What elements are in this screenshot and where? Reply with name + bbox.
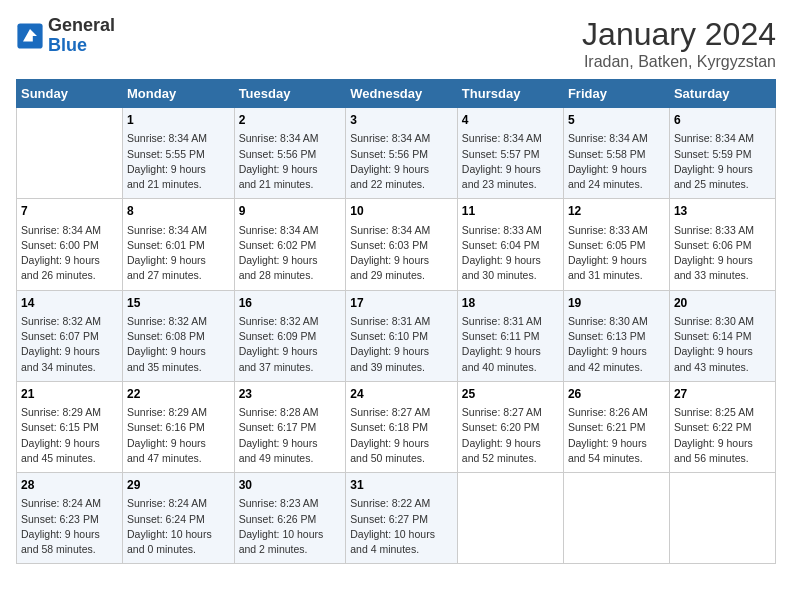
calendar-cell: 16Sunrise: 8:32 AM Sunset: 6:09 PM Dayli… [234,290,346,381]
calendar-cell: 7Sunrise: 8:34 AM Sunset: 6:00 PM Daylig… [17,199,123,290]
calendar-cell [563,473,669,564]
day-number: 20 [674,295,771,312]
header-cell-friday: Friday [563,80,669,108]
calendar-body: 1Sunrise: 8:34 AM Sunset: 5:55 PM Daylig… [17,108,776,564]
week-row-1: 1Sunrise: 8:34 AM Sunset: 5:55 PM Daylig… [17,108,776,199]
calendar-cell: 11Sunrise: 8:33 AM Sunset: 6:04 PM Dayli… [457,199,563,290]
day-number: 10 [350,203,453,220]
day-number: 31 [350,477,453,494]
calendar-cell: 27Sunrise: 8:25 AM Sunset: 6:22 PM Dayli… [669,381,775,472]
logo-blue: Blue [48,35,87,55]
day-number: 17 [350,295,453,312]
day-content: Sunrise: 8:34 AM Sunset: 5:55 PM Dayligh… [127,131,230,192]
calendar-title: January 2024 [582,16,776,53]
calendar-cell: 1Sunrise: 8:34 AM Sunset: 5:55 PM Daylig… [123,108,235,199]
day-number: 19 [568,295,665,312]
day-number: 23 [239,386,342,403]
calendar-cell: 8Sunrise: 8:34 AM Sunset: 6:01 PM Daylig… [123,199,235,290]
calendar-cell: 14Sunrise: 8:32 AM Sunset: 6:07 PM Dayli… [17,290,123,381]
calendar-cell: 30Sunrise: 8:23 AM Sunset: 6:26 PM Dayli… [234,473,346,564]
day-content: Sunrise: 8:31 AM Sunset: 6:10 PM Dayligh… [350,314,453,375]
calendar-cell: 29Sunrise: 8:24 AM Sunset: 6:24 PM Dayli… [123,473,235,564]
day-number: 29 [127,477,230,494]
day-content: Sunrise: 8:32 AM Sunset: 6:09 PM Dayligh… [239,314,342,375]
day-number: 28 [21,477,118,494]
day-content: Sunrise: 8:33 AM Sunset: 6:05 PM Dayligh… [568,223,665,284]
day-number: 11 [462,203,559,220]
calendar-cell: 17Sunrise: 8:31 AM Sunset: 6:10 PM Dayli… [346,290,458,381]
calendar-cell: 25Sunrise: 8:27 AM Sunset: 6:20 PM Dayli… [457,381,563,472]
header-cell-wednesday: Wednesday [346,80,458,108]
calendar-cell: 26Sunrise: 8:26 AM Sunset: 6:21 PM Dayli… [563,381,669,472]
day-number: 7 [21,203,118,220]
day-content: Sunrise: 8:34 AM Sunset: 5:58 PM Dayligh… [568,131,665,192]
title-block: January 2024 Iradan, Batken, Kyrgyzstan [582,16,776,71]
logo-icon [16,22,44,50]
day-content: Sunrise: 8:25 AM Sunset: 6:22 PM Dayligh… [674,405,771,466]
day-number: 26 [568,386,665,403]
day-content: Sunrise: 8:23 AM Sunset: 6:26 PM Dayligh… [239,496,342,557]
calendar-cell: 9Sunrise: 8:34 AM Sunset: 6:02 PM Daylig… [234,199,346,290]
day-content: Sunrise: 8:33 AM Sunset: 6:06 PM Dayligh… [674,223,771,284]
day-content: Sunrise: 8:31 AM Sunset: 6:11 PM Dayligh… [462,314,559,375]
calendar-header: SundayMondayTuesdayWednesdayThursdayFrid… [17,80,776,108]
day-number: 14 [21,295,118,312]
calendar-cell: 20Sunrise: 8:30 AM Sunset: 6:14 PM Dayli… [669,290,775,381]
day-content: Sunrise: 8:30 AM Sunset: 6:13 PM Dayligh… [568,314,665,375]
day-number: 21 [21,386,118,403]
calendar-cell: 5Sunrise: 8:34 AM Sunset: 5:58 PM Daylig… [563,108,669,199]
day-content: Sunrise: 8:29 AM Sunset: 6:16 PM Dayligh… [127,405,230,466]
day-content: Sunrise: 8:34 AM Sunset: 6:01 PM Dayligh… [127,223,230,284]
calendar-cell: 12Sunrise: 8:33 AM Sunset: 6:05 PM Dayli… [563,199,669,290]
day-number: 8 [127,203,230,220]
day-number: 5 [568,112,665,129]
day-content: Sunrise: 8:28 AM Sunset: 6:17 PM Dayligh… [239,405,342,466]
day-number: 6 [674,112,771,129]
calendar-cell: 15Sunrise: 8:32 AM Sunset: 6:08 PM Dayli… [123,290,235,381]
header-cell-sunday: Sunday [17,80,123,108]
calendar-cell: 19Sunrise: 8:30 AM Sunset: 6:13 PM Dayli… [563,290,669,381]
day-number: 4 [462,112,559,129]
day-number: 15 [127,295,230,312]
week-row-4: 21Sunrise: 8:29 AM Sunset: 6:15 PM Dayli… [17,381,776,472]
header-cell-monday: Monday [123,80,235,108]
calendar-cell [669,473,775,564]
header-cell-saturday: Saturday [669,80,775,108]
day-content: Sunrise: 8:34 AM Sunset: 5:59 PM Dayligh… [674,131,771,192]
day-number: 22 [127,386,230,403]
logo-text: General Blue [48,16,115,56]
header-row: SundayMondayTuesdayWednesdayThursdayFrid… [17,80,776,108]
day-content: Sunrise: 8:22 AM Sunset: 6:27 PM Dayligh… [350,496,453,557]
header-cell-tuesday: Tuesday [234,80,346,108]
calendar-cell: 6Sunrise: 8:34 AM Sunset: 5:59 PM Daylig… [669,108,775,199]
calendar-cell: 23Sunrise: 8:28 AM Sunset: 6:17 PM Dayli… [234,381,346,472]
day-number: 18 [462,295,559,312]
day-number: 12 [568,203,665,220]
calendar-subtitle: Iradan, Batken, Kyrgyzstan [582,53,776,71]
calendar-cell: 4Sunrise: 8:34 AM Sunset: 5:57 PM Daylig… [457,108,563,199]
day-content: Sunrise: 8:27 AM Sunset: 6:18 PM Dayligh… [350,405,453,466]
day-number: 1 [127,112,230,129]
calendar-cell: 3Sunrise: 8:34 AM Sunset: 5:56 PM Daylig… [346,108,458,199]
calendar-cell: 10Sunrise: 8:34 AM Sunset: 6:03 PM Dayli… [346,199,458,290]
week-row-2: 7Sunrise: 8:34 AM Sunset: 6:00 PM Daylig… [17,199,776,290]
day-number: 13 [674,203,771,220]
day-content: Sunrise: 8:34 AM Sunset: 6:02 PM Dayligh… [239,223,342,284]
day-content: Sunrise: 8:24 AM Sunset: 6:23 PM Dayligh… [21,496,118,557]
calendar-cell: 31Sunrise: 8:22 AM Sunset: 6:27 PM Dayli… [346,473,458,564]
calendar-cell: 22Sunrise: 8:29 AM Sunset: 6:16 PM Dayli… [123,381,235,472]
calendar-cell: 21Sunrise: 8:29 AM Sunset: 6:15 PM Dayli… [17,381,123,472]
logo-general: General [48,15,115,35]
page-header: General Blue January 2024 Iradan, Batken… [16,16,776,71]
day-content: Sunrise: 8:26 AM Sunset: 6:21 PM Dayligh… [568,405,665,466]
calendar-cell: 18Sunrise: 8:31 AM Sunset: 6:11 PM Dayli… [457,290,563,381]
day-number: 2 [239,112,342,129]
day-content: Sunrise: 8:32 AM Sunset: 6:08 PM Dayligh… [127,314,230,375]
day-number: 16 [239,295,342,312]
calendar-cell [457,473,563,564]
day-number: 24 [350,386,453,403]
calendar-table: SundayMondayTuesdayWednesdayThursdayFrid… [16,79,776,564]
logo: General Blue [16,16,115,56]
calendar-cell [17,108,123,199]
day-number: 30 [239,477,342,494]
